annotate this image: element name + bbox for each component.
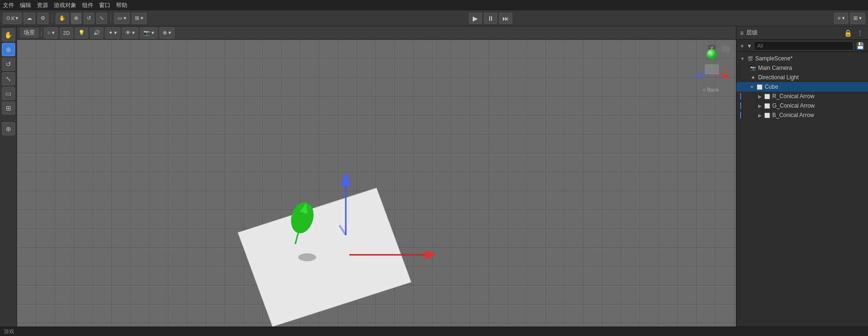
move-tool[interactable]: ⊕ [2, 43, 15, 56]
hierarchy-panel-title: 层级 [746, 29, 840, 37]
gizmos-btn[interactable]: ⊕ ▾ [159, 27, 175, 39]
expand-arrow-b[interactable]: ▶ [758, 113, 762, 118]
hierarchy-panel-header: ≡ 层级 🔒 ⋮ [736, 26, 868, 40]
hierarchy-label-directionallight: Directional Light [758, 74, 799, 81]
rotate-tool-btn[interactable]: ↺ [83, 13, 94, 24]
svg-point-17 [695, 74, 700, 79]
expand-arrow[interactable]: ▼ [740, 56, 745, 61]
2d-mode-btn[interactable]: 2D [60, 27, 73, 39]
layout-btn[interactable]: ⊞ ▾ [850, 13, 865, 24]
child-line [740, 93, 741, 100]
hierarchy-icon: ≡ [740, 30, 743, 36]
tab-separator: | [41, 30, 42, 36]
play-button[interactable]: ▶ [469, 13, 482, 24]
profile-label: K [11, 16, 15, 21]
child-line [740, 112, 741, 118]
profile-icon: ⊙ [6, 15, 10, 21]
hierarchy-label-samplescene: SampleScene* [755, 55, 793, 62]
menu-edit[interactable]: 编辑 [20, 1, 31, 9]
main-toolbar: ⊙ K ▾ ☁ ⚙ ✋ ⊕ ↺ ⤡ ▭ ▾ ⊞ ▾ ▶ ⏸ ⏭ ≡ ▾ ⊞ ▾ [0, 10, 868, 26]
rect-tool-btn[interactable]: ▭ ▾ [114, 13, 130, 24]
toolbar-separator-1 [52, 14, 52, 23]
menu-assets[interactable]: 资源 [37, 1, 48, 9]
scale-tool-btn[interactable]: ⤡ [96, 13, 107, 24]
menu-gameobject[interactable]: 游戏对象 [54, 1, 76, 9]
svg-rect-19 [705, 64, 719, 75]
scene-toolbar: 场景 | ○ ▾ 2D 💡 🔊 ✦ ▾ 👁 ▾ 📷 ▾ ⊕ ▾ [17, 26, 736, 40]
step-button[interactable]: ⏭ [499, 13, 512, 24]
hierarchy-item-directionallight[interactable]: ☀ Directional Light [736, 73, 868, 82]
hidden-btn[interactable]: 👁 ▾ [122, 27, 138, 39]
status-bar: 游戏 [0, 327, 868, 336]
audio-btn[interactable]: 🔊 [90, 27, 103, 39]
cloud-btn[interactable]: ☁ [24, 13, 35, 24]
hierarchy-item-cube[interactable]: ▼ ⬜ Cube [736, 82, 868, 92]
svg-marker-9 [425, 250, 437, 260]
svg-rect-18 [721, 46, 730, 52]
rect-tool[interactable]: ▭ [2, 87, 15, 100]
more-options-icon[interactable]: ⋮ [856, 28, 864, 38]
rotate-tool[interactable]: ↺ [2, 58, 15, 71]
hand-tool-btn[interactable]: ✋ [56, 13, 69, 24]
scene-icon: 🎬 [747, 55, 753, 62]
add-hierarchy-btn[interactable]: + [739, 41, 745, 50]
menu-bar: 文件 编辑 资源 游戏对象 组件 窗口 帮助 [0, 0, 868, 10]
save-icon[interactable]: 💾 [855, 41, 865, 50]
hierarchy-label-b-conical: B_Conical Arrow [772, 112, 814, 118]
scene-svg [17, 40, 736, 327]
hierarchy-item-maincamera[interactable]: 📷 Main Camera [736, 63, 868, 73]
scene-tab[interactable]: 场景 [20, 28, 39, 38]
menu-file[interactable]: 文件 [3, 1, 14, 9]
shading-mode-btn[interactable]: ○ ▾ [44, 27, 58, 39]
svg-point-1 [298, 253, 316, 261]
svg-point-16 [724, 74, 728, 79]
cube-icon: ⬜ [756, 84, 763, 90]
hierarchy-item-b-conical[interactable]: ▶ ⬜ B_Conical Arrow [736, 110, 868, 120]
move-tool-btn[interactable]: ⊕ [71, 13, 82, 24]
status-label: 游戏 [4, 328, 14, 335]
expand-arrow-r[interactable]: ▶ [758, 94, 762, 99]
hierarchy-item-samplescene[interactable]: ▼ 🎬 SampleScene* [736, 54, 868, 63]
lighting-btn[interactable]: 💡 [75, 27, 88, 39]
expand-arrow-cube[interactable]: ▼ [750, 84, 754, 90]
light-icon: ☀ [750, 74, 756, 81]
mesh-icon-r: ⬜ [764, 93, 770, 100]
hierarchy-label-cube: Cube [765, 84, 778, 90]
mesh-icon-b: ⬜ [764, 112, 770, 118]
hierarchy-item-g-conical[interactable]: ▶ ⬜ G_Conical Arrow [736, 101, 868, 110]
left-toolbar: ✋ ⊕ ↺ ⤡ ▭ ⊞ ⊕ [0, 26, 17, 327]
chevron-down-icon2: ▾ [747, 41, 752, 50]
menu-help[interactable]: 帮助 [116, 1, 127, 9]
menu-component[interactable]: 组件 [82, 1, 93, 9]
mesh-icon-g: ⬜ [764, 102, 770, 109]
hand-tool[interactable]: ✋ [2, 28, 15, 42]
profile-btn[interactable]: ⊙ K ▾ [3, 13, 22, 24]
hierarchy-label-g-conical: G_Conical Arrow [772, 102, 815, 109]
svg-text:X: X [724, 65, 726, 69]
pause-button[interactable]: ⏸ [484, 13, 497, 24]
svg-line-20 [725, 69, 728, 71]
scene-gizmo: Y [688, 43, 733, 100]
main-area: ✋ ⊕ ↺ ⤡ ▭ ⊞ ⊕ 场景 | ○ ▾ 2D 💡 🔊 ✦ ▾ 👁 ▾ 📷 … [0, 26, 868, 327]
hierarchy-search-input[interactable] [754, 41, 853, 50]
hierarchy-item-r-conical[interactable]: ▶ ⬜ R_Conical Arrow [736, 92, 868, 101]
camera-icon: 📷 [750, 65, 756, 71]
hierarchy-label-r-conical: R_Conical Arrow [772, 93, 814, 100]
camera-btn[interactable]: 📷 ▾ [140, 27, 158, 39]
hierarchy-toolbar: + ▾ 💾 [736, 40, 868, 52]
layers-btn[interactable]: ≡ ▾ [834, 13, 848, 24]
scene-view[interactable]: 场景 | ○ ▾ 2D 💡 🔊 ✦ ▾ 👁 ▾ 📷 ▾ ⊕ ▾ [17, 26, 736, 327]
fx-btn[interactable]: ✦ ▾ [105, 27, 120, 39]
expand-arrow-g[interactable]: ▶ [758, 103, 762, 109]
snap-tool-btn[interactable]: ⊞ ▾ [132, 13, 147, 24]
hierarchy-label-maincamera: Main Camera [758, 65, 792, 71]
menu-window[interactable]: 窗口 [99, 1, 110, 9]
world-tool[interactable]: ⊕ [2, 122, 15, 135]
scale-tool[interactable]: ⤡ [2, 72, 15, 85]
hierarchy-content: ▼ 🎬 SampleScene* 📷 Main Camera ☀ Directi… [736, 52, 868, 327]
svg-point-12 [707, 49, 717, 59]
settings-btn[interactable]: ⚙ [37, 13, 49, 24]
transform-tool[interactable]: ⊞ [2, 101, 15, 115]
child-line [740, 102, 741, 109]
lock-icon[interactable]: 🔒 [843, 28, 853, 38]
